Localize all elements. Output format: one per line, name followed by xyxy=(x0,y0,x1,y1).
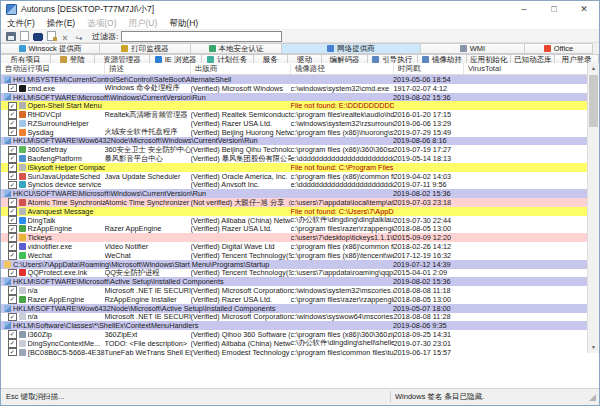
description-cell: QQ安全防护进程 xyxy=(105,269,191,278)
tab-网络提供商[interactable]: 网络提供商 xyxy=(281,43,421,54)
column-header-出版商[interactable]: 出版商 xyxy=(191,63,291,74)
table-row[interactable]: HKLM\SYSTEM\CurrentControlSet\Control\Sa… xyxy=(1,75,599,84)
table-row[interactable]: ✓RzAppEngineRazer AppEngine(Verified) Ra… xyxy=(1,225,599,234)
menu-item-h[interactable]: 帮助(H) xyxy=(163,18,204,29)
table-row[interactable]: HKLM\SOFTWARE\Microsoft\Active Setup\Ins… xyxy=(1,277,599,286)
entry-checkbox[interactable]: ✓ xyxy=(8,110,17,119)
jump-to-entry-icon[interactable]: ↪ xyxy=(74,34,84,43)
table-row[interactable]: HKLM\Software\Classes\*\ShellEx\ContextM… xyxy=(1,321,599,330)
tab-WMI[interactable]: WMI xyxy=(420,43,525,54)
zip-icon xyxy=(19,331,26,338)
tab-Winsock提供商[interactable]: Winsock 提供商 xyxy=(0,43,100,54)
table-row[interactable]: ✓cmd.exeWindows 命令处理程序(Verified) Microso… xyxy=(1,84,599,93)
table-row[interactable]: ✓Razer AppEngineRzAppEngine Installer(Ve… xyxy=(1,295,599,304)
entry-checkbox[interactable]: ✓ xyxy=(8,330,17,339)
maximize-button[interactable]: □ xyxy=(539,1,569,18)
column-header-VirusTotal[interactable]: VirusTotal xyxy=(464,63,589,74)
vertical-scrollbar[interactable]: ▲ ▼ xyxy=(587,63,599,353)
table-row[interactable]: ✓{BC08B6C5-5668-4E38-...TuneFab WeTrans … xyxy=(1,348,599,357)
entry-checkbox[interactable]: ✓ xyxy=(8,198,17,207)
entry-checkbox[interactable]: ✓ xyxy=(8,163,17,172)
scrollbar-thumb[interactable] xyxy=(589,75,598,127)
menu-item-u[interactable]: 用户(U) xyxy=(122,18,163,29)
table-row[interactable]: ✓BaofengPlatform暴风影音平台中心(Verified) 暴风集团股… xyxy=(1,154,599,163)
table-row[interactable]: HKCU\SOFTWARE\Microsoft\Windows\CurrentV… xyxy=(1,189,599,198)
entry-checkbox[interactable]: ✓ xyxy=(8,146,17,155)
scroll-up-arrow-icon[interactable]: ▲ xyxy=(588,63,599,74)
menu-item-o[interactable]: 选项(O) xyxy=(81,18,122,29)
delete-icon[interactable]: × xyxy=(60,34,70,43)
entry-checkbox[interactable]: ✓ xyxy=(8,128,17,137)
entry-checkbox[interactable]: ✓ xyxy=(8,251,17,260)
table-row[interactable]: ✓DingTalk(Verified) Alibaba (China) Netw… xyxy=(1,216,599,225)
table-row[interactable]: HKLM\SOFTWARE\Wow6432Node\Microsoft\Acti… xyxy=(1,304,599,313)
entry-name-cell: iSkysoft Helper Compact... xyxy=(28,163,105,172)
wechat-icon xyxy=(19,252,26,259)
tab-Office[interactable]: Office xyxy=(524,43,593,54)
publisher-cell: (Verified) Microsoft Windows xyxy=(191,84,291,93)
table-row[interactable]: ✓iSkysoft Helper Compact...File not foun… xyxy=(1,163,599,172)
table-row[interactable]: ✓WechatWeChat(Verified) Tencent Technolo… xyxy=(1,251,599,260)
status-message: Esc 键取消扫描... xyxy=(1,392,390,402)
entry-checkbox[interactable]: ✓ xyxy=(8,216,17,225)
360-safe-icon xyxy=(19,146,26,153)
refresh-icon[interactable] xyxy=(20,31,29,41)
table-row[interactable]: ✓QQProtect.exe.lnkQQ安全防护进程(Verified) Ten… xyxy=(1,269,599,278)
entry-checkbox[interactable]: ✓ xyxy=(8,233,17,242)
entry-checkbox[interactable]: ✓ xyxy=(8,207,17,216)
open-shell-icon xyxy=(19,102,26,109)
properties-icon[interactable] xyxy=(47,31,56,41)
entry-checkbox[interactable]: ✓ xyxy=(8,172,17,181)
entry-checkbox[interactable]: ✓ xyxy=(8,181,17,190)
entry-checkbox[interactable]: ✓ xyxy=(8,269,17,278)
table-row[interactable]: ✓I360Zip360ZipExt(Verified) Qihoo 360 So… xyxy=(1,330,599,339)
entry-checkbox[interactable]: ✓ xyxy=(8,154,17,163)
table-row[interactable]: ✓Open-Shell Start MenuFile not found: E:… xyxy=(1,101,599,110)
entry-checkbox[interactable]: ✓ xyxy=(8,339,17,348)
entry-name-cell: BaofengPlatform xyxy=(28,154,105,163)
entry-checkbox[interactable]: ✓ xyxy=(8,295,17,304)
table-row[interactable]: ✓vidnotifier.exeVideo Notifier(Verified)… xyxy=(1,242,599,251)
column-header-时间戳[interactable]: 时间戳 xyxy=(394,63,464,74)
filter-input[interactable] xyxy=(121,31,282,42)
entry-checkbox[interactable]: ✓ xyxy=(8,348,17,357)
dll-icon xyxy=(19,287,26,294)
table-row[interactable]: ✓RZSurroundHelper(Verified) Razer USA Lt… xyxy=(1,119,599,128)
entry-checkbox[interactable]: ✓ xyxy=(8,242,17,251)
close-button[interactable]: ✕ xyxy=(569,1,599,18)
table-row[interactable]: ✓Tickeysc:\users\7\desktop\tickeys1.1.1\… xyxy=(1,233,599,242)
timestamp-cell: 2018-02-26 14:12 xyxy=(394,242,464,251)
entry-checkbox[interactable]: ✓ xyxy=(8,225,17,234)
table-row[interactable]: C:\Users\7\AppData\Roaming\Microsoft\Win… xyxy=(1,260,599,269)
table-row[interactable]: ✓Avanquest MessageFile not found: C:\Use… xyxy=(1,207,599,216)
table-row[interactable]: HKLM\SOFTWARE\Wow6432Node\Microsoft\Wind… xyxy=(1,137,599,146)
entry-checkbox[interactable]: ✓ xyxy=(8,102,17,111)
column-header-自动运行项目[interactable]: 自动运行项目 xyxy=(1,63,105,74)
find-icon[interactable] xyxy=(33,32,43,41)
table-row[interactable]: ✓n/aMicrosoft .NET IE SECURITY REGIS...(… xyxy=(1,286,599,295)
table-row[interactable]: ✓n/aMicrosoft .NET IE SECURITY REGIS...(… xyxy=(1,313,599,322)
table-row[interactable]: HKLM\SOFTWARE\Microsoft\Windows\CurrentV… xyxy=(1,93,599,102)
table-row[interactable]: ✓DingSyncContextMe...TODO: <File descrip… xyxy=(1,339,599,348)
table-row[interactable]: ✓360Safetray360安全卫士 安全防护中心模块(Verified) B… xyxy=(1,145,599,154)
entry-checkbox[interactable]: ✓ xyxy=(8,313,17,322)
table-row[interactable]: ✓Syncios device service(Verified) Anvsof… xyxy=(1,181,599,190)
entry-checkbox[interactable]: ✓ xyxy=(8,84,17,93)
entry-name-cell: Tickeys xyxy=(28,233,105,242)
publisher-cell: (Verified) Alibaba (China) Network Te... xyxy=(191,339,291,348)
tab-打印监视器[interactable]: 打印监视器 xyxy=(99,43,191,54)
entry-checkbox[interactable]: ✓ xyxy=(8,119,17,128)
resize-grip[interactable]: ◢ xyxy=(589,391,599,403)
column-header-描述[interactable]: 描述 xyxy=(105,63,191,74)
table-row[interactable]: ✓RtHDVCplRealtek高清晰音频管理器(Verified) Realt… xyxy=(1,110,599,119)
column-header-镜像路径[interactable]: 镜像路径 xyxy=(291,63,394,74)
table-row[interactable]: ✓SunJavaUpdateSchedJava Update Scheduler… xyxy=(1,172,599,181)
description-cell: TuneFab WeTrans Shell Extension xyxy=(105,348,191,357)
minimize-button[interactable]: – xyxy=(509,1,539,18)
tab-本地安全认证[interactable]: 本地安全认证 xyxy=(190,43,282,54)
entry-checkbox[interactable]: ✓ xyxy=(8,286,17,295)
save-icon[interactable] xyxy=(6,32,16,41)
table-row[interactable]: ✓Sysdiag火绒安全软件托盘程序(Verified) Beijing Huo… xyxy=(1,128,599,137)
table-row[interactable]: ✓Atomic Time SynchronizerAtomic Time Syn… xyxy=(1,198,599,207)
scroll-down-arrow-icon[interactable]: ▼ xyxy=(588,342,599,353)
